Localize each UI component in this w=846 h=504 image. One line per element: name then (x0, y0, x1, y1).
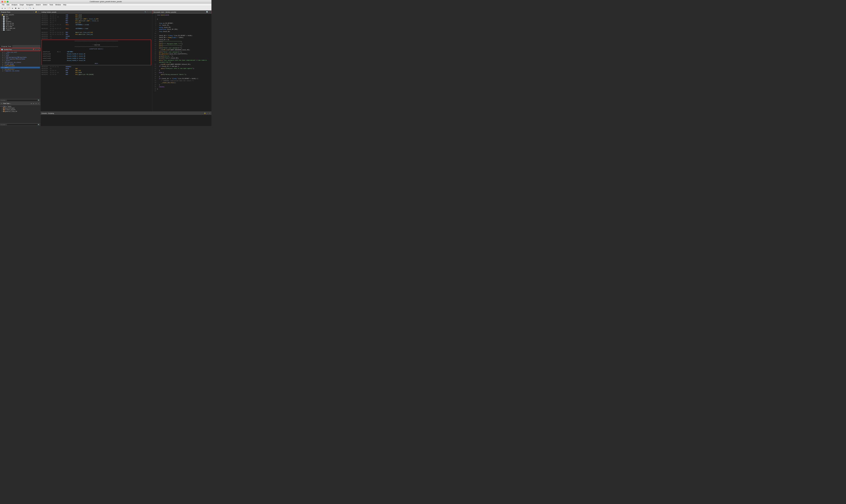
tree-item-eh-frame[interactable]: ▶ 📄 .eh_frame (0, 26, 40, 28)
dt-builtin[interactable]: ▶ 📦 BuiltInTypes (0, 107, 40, 109)
toolbar-undo[interactable]: ↩ (22, 7, 24, 10)
toolbar-analyze[interactable]: 🔧 (29, 7, 32, 10)
menu-search[interactable]: Search (35, 4, 42, 6)
tree-item-dynamic[interactable]: ▶ 📄 .dynamic (0, 21, 40, 22)
decompile-title: Decompile: main – (broken_pwsafe) (154, 11, 206, 13)
menu-select[interactable]: Select (42, 4, 48, 6)
dt-generic-clib[interactable]: ▶ 📦 generic_clib_64 (0, 111, 40, 112)
dc-line-25: 25 if (local_54 == new_pw) { (152, 66, 212, 68)
sym-fun-00101020[interactable]: ▶ f FUN_00101020 (0, 65, 40, 67)
symbol-tree-header: 🔣 Symbol Tree 📌 + ✕ (0, 48, 40, 51)
dc-line-9: 9 long local_10; (152, 31, 212, 33)
menu-graph[interactable]: Graph (19, 4, 25, 6)
menu-window[interactable]: Window (54, 4, 62, 6)
sym-itm-reg[interactable]: ▶ f _ITM_registerTMCloneTable (0, 58, 40, 60)
dt-pin-btn[interactable]: ◀ (30, 103, 32, 104)
program-tree-tab[interactable]: Program Tree (0, 46, 13, 48)
pt-close-btn[interactable]: ✕ (37, 11, 39, 13)
dc-line-8: 8 undefined local_48 [56]; (152, 29, 212, 31)
toolbar-back[interactable]: ◀ (1, 7, 3, 10)
sym-init[interactable]: ▶ f _init (0, 55, 40, 56)
menu-edit[interactable]: Edit (5, 4, 10, 6)
tree-item-rodata[interactable]: ▶ 📄 .rodata (0, 29, 40, 31)
tree-item-init-array[interactable]: ▶ 📄 .init_array (0, 24, 40, 26)
close-button[interactable] (1, 1, 3, 2)
dt-close-btn[interactable]: ✕ (37, 103, 39, 104)
maximize-button[interactable] (7, 1, 8, 2)
sym-dereg-clones[interactable]: ▶ f deregister_tm_clones (0, 61, 40, 63)
func-sep-bot: ****************************************… (43, 47, 150, 48)
console-lock-btn[interactable]: 🔒 (204, 112, 206, 114)
toolbar-btn2[interactable]: ▶ (11, 7, 14, 10)
toolbar-btn1[interactable]: 📋 (8, 7, 11, 10)
dc-line-3: 3 { (152, 18, 212, 20)
toolbar-run[interactable]: ▶ (32, 7, 35, 10)
dt-settings-btn[interactable]: ⚙ (35, 103, 37, 104)
console-edit-btn[interactable]: ✏️ (206, 112, 208, 114)
dt-broken-pwsafe[interactable]: ▶ 📦 broken_pwsafe (0, 109, 40, 111)
tree-item-data[interactable]: ▶ 📄 .data (0, 17, 40, 19)
asm-row: 0010121c 20 05 c3 SUB RSP,0x10 (41, 14, 152, 16)
sym-frame-dummy[interactable]: ▶ f frame_dummy (0, 63, 40, 65)
sym-pin-btn[interactable]: 📌 (32, 49, 34, 51)
sym-start[interactable]: ▶ f _start (0, 60, 40, 61)
dt-filter-icon[interactable]: 🔍 (38, 124, 40, 126)
listing-split-btn[interactable]: ⬛ (147, 11, 149, 13)
symbol-tree-content: ▶ f __libc_csu_init ▶ f _fini ▶ f _init … (0, 51, 40, 99)
left-panels: Program Trees + 📁 ✕ ▼ 📁 broken_pwsafe ▶ … (0, 11, 41, 126)
dc-line-26: 26 puts("FLAG{your safe is now open agai… (152, 67, 212, 70)
dc-line-10: 10 (152, 33, 212, 35)
console-close-btn[interactable]: ✕ (209, 112, 211, 114)
tree-item-bss[interactable]: ▶ 📄 .bss (0, 16, 40, 17)
sym-fini[interactable]: ▶ f _fini (0, 53, 40, 55)
decompile-close-btn[interactable]: ✕ (208, 11, 210, 13)
dc-line-15: 15 puts("*** Password Safe ***"); (152, 43, 212, 45)
sym-filter-icon[interactable]: 🔍 (38, 100, 40, 102)
menu-navigation[interactable]: Navigation (25, 4, 35, 6)
asm-call-srand: 0010121d e8 be fe ff ff CALL <EXTERNAL>:… (41, 24, 152, 25)
sym-pw-generator[interactable]: ▶ f pw_generator (0, 68, 40, 70)
title-bar: CodeBrowser: ghidra_pwsafe:/broken_pwsaf… (0, 0, 212, 3)
toolbar: ◀ ▶ 📋 ▶ ⏹ ⏭ ↩ ↪ 🔧 ▶ (0, 6, 212, 11)
symbol-tree-title: Symbol Tree (4, 49, 32, 50)
dc-line-33: 33 __stack_chk_fail(); (152, 82, 212, 84)
sym-libc-csu-init[interactable]: ▶ f __libc_csu_init (0, 52, 40, 53)
pt-add-btn[interactable]: + (33, 11, 35, 13)
listing-snapshot-btn[interactable]: 📷 (144, 11, 146, 13)
toolbar-btn3[interactable]: ⏹ (15, 7, 17, 10)
dt-filter-input[interactable] (7, 124, 38, 126)
program-trees-title: Program Trees (1, 11, 32, 13)
menu-analysis[interactable]: Analysis (11, 4, 18, 6)
asm-push-rbp: 00101239 55 PUSH RBP (41, 68, 152, 70)
sym-main[interactable]: ▶ f main (0, 67, 40, 68)
tree-item-root[interactable]: ▼ 📁 broken_pwsafe (0, 14, 40, 16)
sym-filter-input[interactable] (7, 100, 38, 102)
dc-line-18: 18 __isoc99_scanf(&DAT_00102049,local_48… (152, 49, 212, 51)
dt-root[interactable]: ▼ 🗂 Data Types (0, 106, 40, 107)
dc-line-34: 34 } (152, 84, 212, 86)
menu-help[interactable]: Help (62, 4, 67, 6)
dc-line-29: 29 puts("Wrong passsword! Abord."); (152, 74, 212, 76)
menu-file[interactable]: File (1, 4, 5, 6)
sym-add-btn[interactable]: + (35, 49, 37, 51)
toolbar-redo[interactable]: ↪ (25, 7, 28, 10)
minimize-button[interactable] (4, 1, 6, 2)
tree-item-eh-frame-hdr[interactable]: ▶ 📄 .eh_frame_hdr (0, 28, 40, 29)
tree-item-got[interactable]: ▶ 📄 .got (0, 19, 40, 21)
func-local-54: undefined4 Stack[-0x54]:4 local_54 (43, 59, 150, 61)
toolbar-btn4[interactable]: ⏭ (18, 7, 20, 10)
window-controls[interactable] (1, 1, 8, 2)
listing-close-btn[interactable]: ✕ (149, 11, 151, 13)
dt-arr-btn[interactable]: ▶ (33, 103, 35, 104)
middle-panels: Listing: broken_pwsafe 📷 ⬛ ✕ 0010121c 20… (41, 11, 212, 126)
dc-line-20: 20 pw_generator(local_50 & 0xffffffff); (152, 53, 212, 55)
sym-reg-tm-clones[interactable]: ▶ f register_tm_clones (0, 70, 40, 72)
decompile-refresh-btn[interactable]: 🔄 (206, 11, 208, 13)
sym-close-btn[interactable]: ✕ (37, 49, 39, 51)
toolbar-fwd[interactable]: ▶ (4, 7, 6, 10)
sym-itm-dereg[interactable]: ▶ f _ITM_deregisterTMCloneTable (0, 56, 40, 58)
menu-tools[interactable]: Tools (48, 4, 54, 6)
tree-item-fini-array[interactable]: ▶ 📄 .fini_array (0, 22, 40, 24)
pt-folder-btn[interactable]: 📁 (35, 11, 37, 13)
dc-line-7: 7 ulong local_50; (152, 26, 212, 29)
